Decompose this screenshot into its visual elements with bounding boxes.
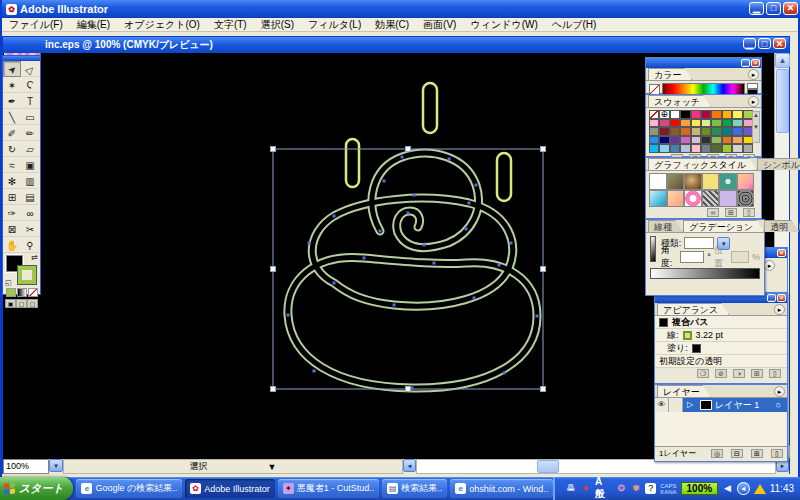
line-tool[interactable]: ╲ [3, 109, 21, 125]
default-fill-stroke-icon[interactable]: ◱ [5, 279, 12, 287]
pencil-tool[interactable]: ✏ [21, 125, 39, 141]
warning-icon[interactable] [754, 484, 766, 494]
minimize-button[interactable]: ▁ [749, 2, 764, 15]
anchor-point[interactable] [313, 370, 316, 373]
swatch-30[interactable] [649, 136, 659, 145]
doc-close-button[interactable]: ✕ [773, 38, 786, 49]
anchor-point[interactable] [363, 257, 366, 260]
type-tool[interactable]: T [21, 93, 39, 109]
pink-ring-style[interactable] [684, 190, 702, 207]
menu-item-7[interactable]: 画面(V) [416, 18, 463, 32]
rectangle-tool[interactable]: ▭ [21, 109, 39, 125]
volume-icon[interactable]: ◀ [722, 483, 733, 494]
battery-indicator[interactable]: 100% [681, 482, 719, 495]
gradient-mode-button[interactable] [17, 288, 27, 297]
default-style[interactable] [649, 173, 667, 190]
swatch-1[interactable] [659, 110, 669, 119]
swatch-31[interactable] [659, 136, 669, 145]
swatch-37[interactable] [722, 136, 732, 145]
menu-item-9[interactable]: ヘルプ(H) [545, 18, 604, 32]
layer-name[interactable]: レイヤー 1 [715, 399, 759, 412]
selection-handle[interactable] [406, 147, 411, 152]
swatch-0[interactable] [649, 110, 659, 119]
doc-minimize-button[interactable]: ▁ [743, 38, 756, 49]
anchor-point[interactable] [465, 228, 468, 231]
tab-symbols[interactable]: シンボル [757, 158, 800, 170]
anchor-point[interactable] [423, 244, 426, 247]
selection-handle[interactable] [271, 387, 276, 392]
swatch-8[interactable] [732, 110, 742, 119]
steam-mark-2[interactable] [497, 153, 511, 201]
graph-tool[interactable]: ▥ [21, 173, 39, 189]
anchor-point[interactable] [468, 202, 471, 205]
delete-style-button[interactable]: ▯ [743, 208, 755, 217]
anchor-point[interactable] [473, 297, 476, 300]
swap-fill-stroke-icon[interactable]: ⇄ [31, 253, 38, 262]
swatch-21[interactable] [659, 127, 669, 136]
status-field[interactable]: 選択 ▼ [63, 459, 403, 474]
swatch-16[interactable] [711, 119, 721, 128]
swatch-34[interactable] [691, 136, 701, 145]
menu-item-8[interactable]: ウィンドウ(W) [463, 18, 544, 32]
gradient-preview-swatch[interactable] [650, 236, 656, 262]
anchor-point[interactable] [379, 230, 382, 233]
standard-screen-button[interactable]: ▣ [5, 299, 16, 308]
swatch-28[interactable] [732, 127, 742, 136]
swatch-18[interactable] [732, 119, 742, 128]
warp-tool[interactable]: ≈ [3, 157, 21, 173]
pen-tool[interactable]: ✒ [3, 93, 21, 109]
swatch-2[interactable] [670, 110, 680, 119]
tab-gradient[interactable]: グラデーション [683, 220, 764, 232]
gradient-tool[interactable]: ▤ [21, 189, 39, 205]
swatch-13[interactable] [680, 119, 690, 128]
appearance-panel-menu-icon[interactable]: ▸ [774, 304, 785, 315]
delete-item-button[interactable]: ▯ [769, 369, 781, 378]
visibility-eye-icon[interactable]: 👁 [655, 398, 669, 412]
swatch-20[interactable] [649, 127, 659, 136]
swatch-14[interactable] [691, 119, 701, 128]
swatch-46[interactable] [711, 144, 721, 153]
hidden-panel-close-button[interactable]: ✕ [777, 249, 786, 257]
swatch-6[interactable] [711, 110, 721, 119]
swatch-43[interactable] [680, 144, 690, 153]
selection-handle[interactable] [541, 147, 546, 152]
steam-mark-0[interactable] [346, 139, 359, 187]
layer-target-icon[interactable]: ○ [776, 400, 787, 410]
swatch-32[interactable] [670, 136, 680, 145]
app-titlebar[interactable]: ✿ Adobe Illustrator ▁ □ ✕ [2, 0, 800, 18]
texture-style[interactable] [667, 173, 685, 190]
document-titlebar[interactable]: inc.eps @ 100% (CMYK/プレビュー) ▁ □ ✕ [3, 37, 789, 53]
steam-mark-1[interactable] [423, 83, 437, 133]
hatch-style[interactable] [702, 190, 720, 207]
swatch-11[interactable] [659, 119, 669, 128]
zoom-dropdown-button[interactable]: ▾ [49, 459, 63, 472]
anchor-point[interactable] [383, 180, 386, 183]
swatch-4[interactable] [691, 110, 701, 119]
lasso-tool[interactable]: Ϛ [21, 77, 39, 93]
selection-handle[interactable] [541, 387, 546, 392]
hand-tool[interactable]: ✋ [3, 237, 21, 253]
anchor-point[interactable] [503, 372, 506, 375]
peach-style[interactable] [667, 190, 685, 207]
shell-style[interactable] [684, 173, 702, 190]
swatch-17[interactable] [722, 119, 732, 128]
swatch-47[interactable] [722, 144, 732, 153]
selection-handle[interactable] [406, 387, 411, 392]
red-ball-icon[interactable]: ● [580, 483, 591, 494]
tab-stroke[interactable]: 線種 [648, 220, 683, 232]
tab-layers[interactable]: レイヤー [657, 385, 711, 397]
anchor-point[interactable] [308, 242, 311, 245]
hscroll-left-button[interactable]: ◂ [403, 459, 416, 472]
swatch-35[interactable] [701, 136, 711, 145]
swatch-33[interactable] [680, 136, 690, 145]
maximize-button[interactable]: □ [766, 2, 781, 15]
eyedropper-tool[interactable]: ✑ [3, 205, 21, 221]
clear-appearance-button[interactable]: ⊘ [715, 369, 727, 378]
appearance-stroke-row[interactable]: 線: 3.22 pt [655, 329, 787, 342]
expand-triangle-icon[interactable]: ▷ [683, 398, 697, 412]
appearance-close-button[interactable]: ✕ [777, 294, 786, 302]
anchor-point[interactable] [393, 304, 396, 307]
new-layer-button[interactable]: ⊞ [751, 449, 763, 458]
fullscreen-menu-button[interactable]: ▢ [16, 299, 27, 308]
swatch-24[interactable] [691, 127, 701, 136]
